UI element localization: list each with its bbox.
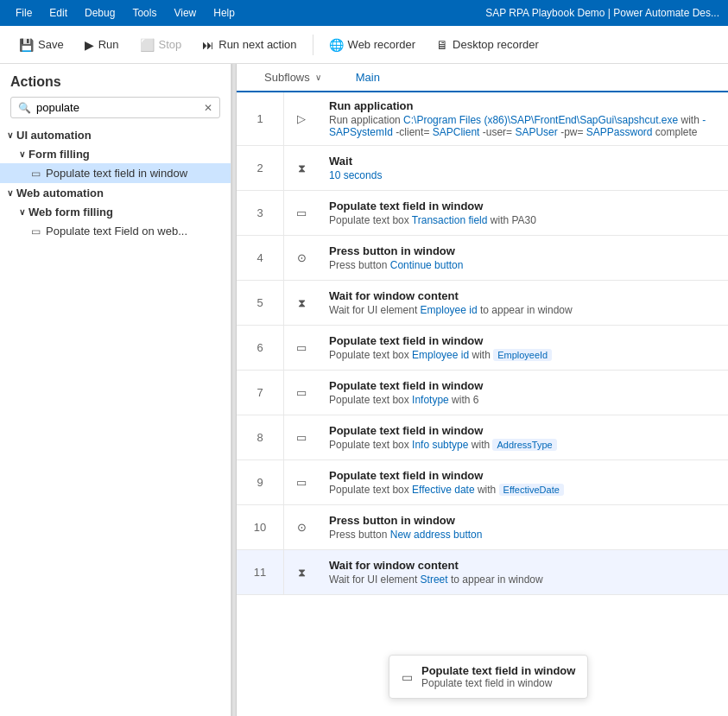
step-icon-cell: ▭ — [284, 191, 319, 235]
sidebar-item-populate-web[interactable]: ▭ Populate text Field on web... — [0, 221, 231, 241]
step-content[interactable]: Wait for window content Wait for UI elem… — [319, 550, 728, 594]
step-number: 10 — [237, 505, 284, 549]
menu-view[interactable]: View — [167, 5, 203, 21]
form-field-icon: ▭ — [31, 168, 41, 180]
step-title: Wait — [329, 155, 718, 168]
content-area: Subflows ∨ Main 1 ▷ Run application Run … — [237, 64, 728, 716]
run-button[interactable]: ▶ Run — [76, 34, 128, 56]
tab-main[interactable]: Main — [339, 64, 397, 92]
step-icon-cell: ⧗ — [284, 146, 319, 190]
steps-area: 1 ▷ Run application Run application C:\P… — [237, 92, 728, 716]
tree-subgroup-label: Web form filling — [28, 206, 113, 219]
menu-help[interactable]: Help — [206, 5, 242, 21]
menu-file[interactable]: File — [9, 5, 39, 21]
step-desc: Wait for UI element Street to appear in … — [329, 573, 718, 586]
chevron-down-icon: ∨ — [315, 73, 321, 82]
sidebar-item-label: Populate text Field on web... — [46, 225, 187, 238]
search-input[interactable] — [36, 101, 204, 114]
wait-icon: ⧗ — [298, 566, 306, 580]
step-desc: Populate text box Info subtype with Addr… — [329, 439, 718, 451]
table-row: 10 ⊙ Press button in window Press button… — [237, 505, 728, 550]
step-number: 7 — [237, 371, 284, 415]
sidebar-header: Actions — [0, 64, 231, 97]
step-content[interactable]: Run application Run application C:\Progr… — [319, 92, 728, 145]
tree-group-ui-automation: ∨ UI automation ∨ Form filling ▭ Populat… — [0, 125, 231, 183]
sidebar-item-populate-window[interactable]: ▭ Populate text field in window — [0, 163, 231, 183]
desktop-recorder-icon: 🖥 — [436, 38, 448, 52]
step-content[interactable]: Populate text field in window Populate t… — [319, 326, 728, 370]
step-content[interactable]: Populate text field in window Populate t… — [319, 191, 728, 235]
search-clear-icon[interactable]: ✕ — [204, 102, 212, 114]
step-content[interactable]: Populate text field in window Populate t… — [319, 460, 728, 504]
search-icon: 🔍 — [18, 102, 31, 114]
step-content[interactable]: Press button in window Press button Cont… — [319, 236, 728, 280]
step-icon-cell: ⧗ — [284, 281, 319, 325]
tree-group-label: Web automation — [16, 187, 104, 200]
tree-subgroup-web-form-filling[interactable]: ∨ Web form filling — [0, 203, 231, 221]
step-title: Populate text field in window — [329, 469, 718, 482]
floating-tooltip: ▭ Populate text field in window Populate… — [389, 655, 588, 699]
step-content[interactable]: Populate text field in window Populate t… — [319, 371, 728, 415]
tree-subgroup-label: Form filling — [28, 148, 90, 161]
step-title: Wait for window content — [329, 559, 718, 572]
step-content[interactable]: Populate text field in window Populate t… — [319, 415, 728, 459]
step-number: 11 — [237, 550, 284, 594]
sidebar: Actions 🔍 ✕ ∨ UI automation ∨ Form filli… — [0, 64, 231, 716]
step-number: 3 — [237, 191, 284, 235]
tree-group-web-automation: ∨ Web automation ∨ Web form filling ▭ Po… — [0, 183, 231, 241]
step-title: Populate text field in window — [329, 334, 718, 347]
menu-tools[interactable]: Tools — [125, 5, 163, 21]
step-desc: Press button Continue button — [329, 259, 718, 271]
step-content[interactable]: Wait for window content Wait for UI elem… — [319, 281, 728, 325]
step-content[interactable]: Wait 10 seconds — [319, 146, 728, 190]
tab-subflows[interactable]: Subflows ∨ — [247, 64, 339, 92]
title-bar: File Edit Debug Tools View Help SAP RPA … — [0, 0, 728, 26]
step-title: Run application — [329, 99, 718, 112]
step-desc: Populate text box Effective date with Ef… — [329, 484, 718, 496]
stop-button[interactable]: ⬜ Stop — [131, 34, 191, 56]
tree-group-label: UI automation — [16, 129, 92, 142]
populate-icon: ▭ — [296, 386, 307, 399]
populate-tooltip-icon: ▭ — [402, 670, 413, 684]
sidebar-tree: ∨ UI automation ∨ Form filling ▭ Populat… — [0, 125, 231, 716]
web-recorder-button[interactable]: 🌐 Web recorder — [320, 34, 425, 56]
tree-group-header-web-automation[interactable]: ∨ Web automation — [0, 183, 231, 203]
populate-icon: ▭ — [296, 341, 307, 354]
step-content[interactable]: Press button in window Press button New … — [319, 505, 728, 549]
tree-group-header-ui-automation[interactable]: ∨ UI automation — [0, 125, 231, 145]
chevron-down-icon: ∨ — [19, 149, 25, 159]
step-title: Press button in window — [329, 244, 718, 257]
chevron-down-icon: ∨ — [7, 188, 13, 198]
button-icon: ⊙ — [297, 251, 307, 264]
table-row: 4 ⊙ Press button in window Press button … — [237, 236, 728, 281]
chevron-down-icon: ∨ — [19, 207, 25, 217]
tooltip-content: Populate text field in window Populate t… — [421, 664, 575, 689]
step-desc: Press button New address button — [329, 529, 718, 541]
step-icon-cell: ▭ — [284, 371, 319, 415]
tab-main-label: Main — [356, 71, 380, 84]
app-title: SAP RPA Playbook Demo | Power Automate D… — [485, 7, 719, 19]
step-number: 1 — [237, 92, 284, 145]
chevron-down-icon: ∨ — [7, 130, 13, 140]
button-icon: ⊙ — [297, 521, 307, 534]
save-button[interactable]: 💾 Save — [10, 34, 73, 56]
menu-edit[interactable]: Edit — [42, 5, 74, 21]
step-number: 8 — [237, 415, 284, 459]
run-next-button[interactable]: ⏭ Run next action — [193, 34, 305, 56]
tooltip-desc: Populate text field in window — [421, 677, 575, 689]
step-desc: Wait for UI element Employee id to appea… — [329, 304, 718, 316]
run-icon: ▶ — [85, 38, 94, 52]
menu-debug[interactable]: Debug — [78, 5, 122, 21]
step-number: 9 — [237, 460, 284, 504]
tree-subgroup-form-filling[interactable]: ∨ Form filling — [0, 145, 231, 163]
stop-icon: ⬜ — [140, 38, 155, 52]
step-title: Populate text field in window — [329, 379, 718, 392]
step-title: Populate text field in window — [329, 424, 718, 437]
tooltip-title: Populate text field in window — [421, 664, 575, 677]
menu-bar: File Edit Debug Tools View Help — [9, 5, 242, 21]
step-icon-cell: ⊙ — [284, 236, 319, 280]
step-icon-cell: ⊙ — [284, 505, 319, 549]
step-desc: Populate text box Employee id with Emplo… — [329, 349, 718, 361]
table-row: 1 ▷ Run application Run application C:\P… — [237, 92, 728, 146]
desktop-recorder-button[interactable]: 🖥 Desktop recorder — [427, 34, 548, 56]
